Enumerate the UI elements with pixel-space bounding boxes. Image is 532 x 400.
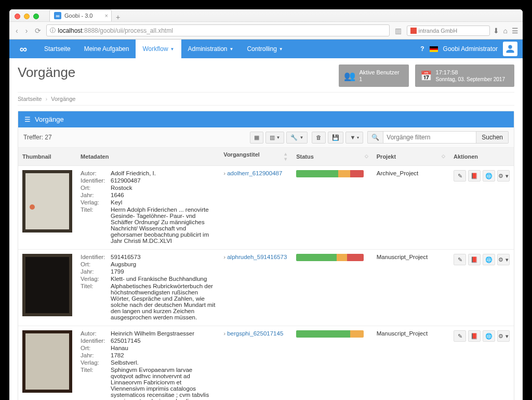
table-row: Autor:Heinrich Wilhelm BergstraesserIden… [18,326,514,400]
edit-button[interactable]: ✎ [454,254,466,265]
app-logo[interactable]: ∞ [9,40,37,58]
hits-label: Treffer: 27 [23,134,246,141]
reader-icon[interactable]: ▥ [393,25,404,36]
col-metadaten[interactable]: Metadaten [76,148,219,166]
home-icon[interactable]: ⌂ [503,27,508,35]
metadata-button[interactable]: 📕 [468,254,481,265]
nav-reload-icon[interactable]: ⟳ [33,25,43,36]
active-users-panel: 👥 Aktive Benutzer1 [339,64,409,87]
edit-button[interactable]: ✎ [454,170,466,182]
thumbnail[interactable] [22,254,72,316]
project-name: Manuscript_Project [377,254,428,260]
process-title-link[interactable]: ›alphrudeh_591416573 [223,254,287,260]
chevron-right-icon: › [223,170,225,176]
status-bar [296,330,364,338]
chevron-right-icon: › [223,254,225,260]
metadata-button[interactable]: 📕 [468,330,481,342]
col-aktionen: Aktionen [449,148,514,166]
filter-input[interactable] [383,131,476,144]
address-bar[interactable]: ⓘ localhost:8888/goobi/uii/process_all.x… [46,24,389,36]
nav-startseite[interactable]: Startseite [37,40,77,58]
chevron-down-icon: ▼ [279,47,283,51]
nav-back-icon[interactable]: ‹ [14,25,20,36]
view-columns-button[interactable]: ▥ ▼ [265,132,285,144]
status-bar [296,254,364,261]
process-title-link[interactable]: ›adolherr_612900487 [223,170,282,176]
thumbnail[interactable] [22,170,72,233]
chevron-right-icon: › [223,330,225,337]
export-button[interactable]: 🌐 [483,254,495,265]
new-tab-button[interactable]: + [112,13,124,21]
list-icon: ☰ [24,115,31,123]
save-filter-button[interactable]: 💾 [328,132,343,144]
metadata-button[interactable]: 📕 [468,170,481,182]
gear-button[interactable]: ⚙ ▾ [497,330,510,342]
view-grid-button[interactable]: ▦ [250,132,263,144]
col-projekt[interactable]: Projekt◇ [373,148,449,166]
help-icon[interactable]: ? [420,45,424,53]
download-icon[interactable]: ⬇ [493,27,499,35]
menu-icon[interactable]: ☰ [512,27,518,35]
table-row: Identifier:591416573Ort:AugsburgJahr:179… [18,250,514,326]
panel-title: Vorgänge [35,115,64,123]
info-icon: ⓘ [50,27,56,34]
url-path: :8888/goobi/uii/process_all.xhtml [83,27,173,34]
col-status[interactable]: Status◇ [292,148,373,166]
gear-button[interactable]: ⚙ ▾ [497,254,510,265]
status-bar [296,170,364,177]
breadcrumb: Startseite › Vorgänge [18,92,514,106]
project-name: Manuscript_Project [377,330,428,337]
chevron-down-icon: ▼ [230,47,234,51]
chevron-down-icon: ▼ [170,47,175,51]
calendar-icon: 📅 [420,70,432,82]
breadcrumb-current: Vorgänge [51,96,75,102]
nav-administration[interactable]: Administration▼ [181,40,241,58]
nav-controlling[interactable]: Controlling▼ [240,40,289,58]
search-icon: 🔍 [367,131,383,144]
users-icon: 👥 [344,70,355,82]
close-tab-icon[interactable]: × [105,12,108,19]
window-controls[interactable] [9,9,44,21]
flag-de-icon[interactable] [430,46,438,52]
col-vorgangstitel[interactable]: Vorgangstitel▲▼ [219,148,292,166]
search-button[interactable]: Suchen [476,131,509,144]
process-title-link[interactable]: ›bergsphi_625017145 [223,330,283,337]
delete-button[interactable]: 🗑 [312,132,326,144]
search-engine-icon [410,28,417,34]
gear-button[interactable]: ⚙ ▾ [497,170,510,182]
tools-button[interactable]: 🔧 ▼ [286,132,308,144]
user-name[interactable]: Goobi Administrator [443,45,498,53]
browser-search[interactable]: intranda GmbH [407,25,490,36]
filter-button[interactable]: ▼ ▾ [345,132,363,144]
table-row: Autor:Adolf Friedrich, I. Identifier:612… [18,166,514,250]
nav-forward-icon[interactable]: › [23,25,30,36]
col-thumbnail[interactable]: Thumbnail [18,148,76,166]
export-button[interactable]: 🌐 [483,330,495,342]
edit-button[interactable]: ✎ [454,330,466,342]
browser-tab[interactable]: ∞ Goobi - 3.0 × [49,9,112,21]
breadcrumb-home[interactable]: Startseite [18,96,42,102]
favicon-icon: ∞ [54,12,61,19]
user-avatar-icon[interactable] [503,42,517,56]
url-host: localhost [58,27,82,34]
clock-panel: 📅 17:17:58Sonntag, 03. September 2017 [415,64,514,87]
export-button[interactable]: 🌐 [483,170,495,182]
project-name: Archive_Project [377,170,419,176]
tab-title: Goobi - 3.0 [64,12,92,19]
page-title: Vorgänge [18,64,332,81]
nav-meine-aufgaben[interactable]: Meine Aufgaben [77,40,136,58]
nav-workflow[interactable]: Workflow▼ [136,40,181,58]
thumbnail[interactable] [22,330,72,393]
